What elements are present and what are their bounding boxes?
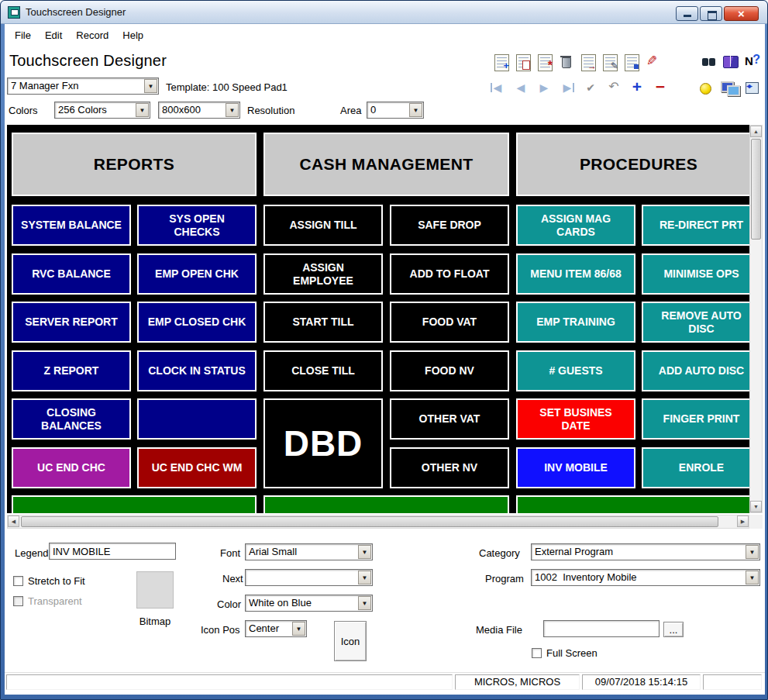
hint-icon[interactable]	[697, 78, 715, 97]
touch-button[interactable]: ASSIGN EMPLOYEE	[263, 253, 383, 295]
minimize-button[interactable]	[676, 6, 698, 21]
menu-file[interactable]: File	[8, 26, 38, 44]
undo-icon[interactable]	[604, 78, 623, 97]
find-icon[interactable]	[700, 52, 718, 71]
edit-record-icon[interactable]	[600, 52, 618, 71]
color-combobox[interactable]: White on Blue	[245, 595, 373, 612]
titlebar[interactable]: Touchscreen Designer	[1, 1, 767, 24]
view-record-icon[interactable]	[622, 52, 640, 71]
font-combobox[interactable]: Arial Small	[245, 543, 373, 560]
touch-button[interactable]: SYSTEM BALANCE	[12, 205, 131, 246]
touch-button[interactable]: EMP CLOSED CHK	[137, 302, 257, 343]
media-file-input[interactable]	[543, 620, 660, 637]
colors-combobox[interactable]: 256 Colors	[54, 102, 150, 119]
next-record-icon[interactable]	[535, 78, 553, 97]
chevron-down-icon[interactable]	[358, 571, 371, 584]
chevron-down-icon[interactable]	[409, 103, 422, 117]
program-combobox[interactable]: 1002 Inventory Mobile	[531, 569, 760, 586]
touch-button[interactable]: ASSIGN TILL	[263, 205, 383, 246]
touch-button[interactable]: CLOSING BALANCES	[12, 398, 131, 440]
remove-icon[interactable]	[651, 78, 670, 97]
section-header-button[interactable]: PROCEDURES	[516, 133, 749, 196]
touch-button[interactable]: INV MOBILE	[516, 447, 635, 488]
touch-button[interactable]: RVC BALANCE	[12, 253, 131, 295]
touch-button[interactable]: SYS OPEN CHECKS	[137, 205, 257, 246]
context-help-icon[interactable]	[743, 52, 762, 71]
screen-combobox[interactable]: 7 Manager Fxn	[7, 78, 159, 95]
design-canvas[interactable]: REPORTSCASH MANAGEMENTPROCEDURESSYSTEM B…	[7, 125, 749, 513]
touch-button[interactable]: ENROLE	[642, 447, 749, 488]
touch-button[interactable]: ASSIGN MAG CARDS	[516, 205, 635, 246]
chevron-down-icon[interactable]	[746, 545, 759, 559]
update-record-icon[interactable]	[535, 52, 553, 71]
legend-input[interactable]	[49, 543, 176, 560]
browse-button[interactable]: ...	[663, 622, 684, 637]
hscroll-thumb[interactable]	[21, 516, 718, 527]
print-record-icon[interactable]	[578, 52, 597, 71]
documentation-icon[interactable]	[722, 52, 740, 71]
scroll-left-icon[interactable]: ◀	[8, 516, 19, 527]
delete-record-icon[interactable]	[556, 52, 575, 71]
footer-bar[interactable]	[516, 495, 749, 513]
area-combobox[interactable]: 0	[367, 102, 424, 119]
touch-button[interactable]: RE-DIRECT PRT	[642, 205, 749, 246]
maximize-button[interactable]	[700, 6, 722, 21]
touch-button[interactable]: UC END CHC WM	[137, 447, 257, 488]
scroll-down-icon[interactable]: ▼	[750, 501, 762, 512]
touch-button[interactable]: # GUESTS	[516, 350, 635, 391]
section-header-button[interactable]: CASH MANAGEMENT	[263, 133, 509, 196]
transparent-checkbox[interactable]: Transparent	[13, 595, 82, 607]
vscrollbar[interactable]: ▲ ▼	[749, 125, 763, 513]
scroll-up-icon[interactable]: ▲	[750, 126, 762, 137]
touch-button[interactable]: FINGER PRINT	[642, 398, 749, 440]
hscrollbar[interactable]: ◀ ▶	[7, 515, 749, 529]
chevron-down-icon[interactable]	[358, 596, 371, 610]
exit-icon[interactable]	[743, 78, 762, 97]
close-button[interactable]	[724, 6, 759, 21]
chevron-down-icon[interactable]	[746, 571, 759, 584]
touch-button[interactable]: SERVER REPORT	[12, 302, 131, 343]
format-brush-icon[interactable]	[643, 52, 662, 71]
resolution-combobox[interactable]: 800x600	[158, 102, 240, 119]
touch-button[interactable]: MINIMISE OPS	[642, 253, 749, 295]
touch-button[interactable]: FOOD NV	[390, 350, 509, 391]
icon-pos-combobox[interactable]: Center	[245, 620, 307, 637]
insert-record-icon[interactable]	[491, 52, 510, 71]
touch-button[interactable]: CLOCK IN STATUS	[137, 350, 257, 391]
touch-button[interactable]: SET BUSINES DATE	[516, 398, 635, 440]
touch-button[interactable]: EMP OPEN CHK	[137, 253, 257, 295]
touch-button[interactable]: EMP TRAINING	[516, 302, 635, 343]
next-combobox[interactable]	[245, 569, 373, 586]
chevron-down-icon[interactable]	[136, 103, 149, 117]
prev-record-icon[interactable]	[511, 78, 530, 97]
touch-button[interactable]: ADD AUTO DISC	[642, 350, 749, 391]
copy-record-icon[interactable]	[513, 52, 532, 71]
touch-button[interactable]: FOOD VAT	[390, 302, 509, 343]
chevron-down-icon[interactable]	[144, 79, 157, 93]
touch-button[interactable]: START TILL	[263, 302, 383, 343]
touch-button[interactable]	[137, 398, 257, 440]
touch-button[interactable]: OTHER NV	[390, 447, 509, 488]
validate-icon[interactable]	[581, 78, 600, 97]
touch-button[interactable]: Z REPORT	[12, 350, 131, 391]
footer-bar[interactable]	[263, 495, 509, 513]
touch-button[interactable]: DBD	[263, 398, 383, 488]
chevron-down-icon[interactable]	[226, 103, 239, 117]
touch-button[interactable]: OTHER VAT	[390, 398, 509, 440]
menu-edit[interactable]: Edit	[38, 26, 69, 44]
touch-button[interactable]: ADD TO FLOAT	[390, 253, 509, 295]
vscroll-thumb[interactable]	[751, 139, 761, 240]
footer-bar[interactable]	[12, 495, 257, 513]
scroll-right-icon[interactable]: ▶	[737, 516, 749, 527]
touch-button[interactable]: CLOSE TILL	[263, 350, 383, 391]
touch-button[interactable]: MENU ITEM 86/68	[516, 253, 635, 295]
bitmap-preview[interactable]	[136, 571, 174, 609]
stretch-to-fit-checkbox[interactable]: Stretch to Fit	[13, 575, 85, 587]
touch-button[interactable]: SAFE DROP	[390, 205, 509, 246]
chevron-down-icon[interactable]	[292, 622, 305, 636]
full-screen-checkbox[interactable]: Full Screen	[532, 647, 598, 659]
last-record-icon[interactable]	[558, 78, 577, 97]
category-combobox[interactable]: External Program	[531, 543, 760, 560]
first-record-icon[interactable]	[488, 78, 507, 97]
add-icon[interactable]	[628, 78, 646, 97]
